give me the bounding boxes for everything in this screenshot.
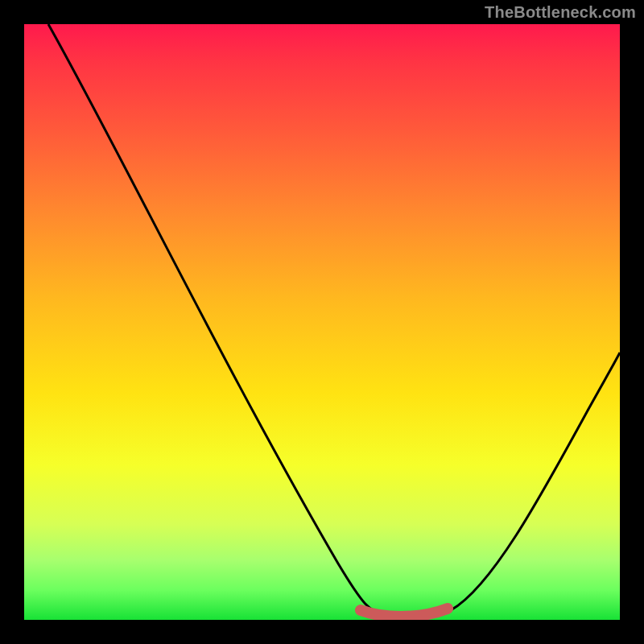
watermark-text: TheBottleneck.com — [485, 3, 636, 22]
chart-svg — [24, 24, 620, 620]
chart-stage: TheBottleneck.com — [0, 0, 644, 644]
flat-segment — [361, 609, 448, 617]
chart-curve — [48, 24, 620, 616]
plot-area — [24, 24, 620, 620]
